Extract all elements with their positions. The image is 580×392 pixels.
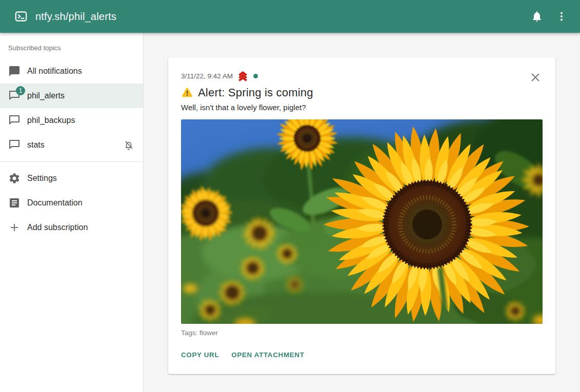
notification-title-row: Alert: Spring is coming bbox=[181, 86, 543, 99]
notification-meta: 3/11/22, 9:42 AM bbox=[181, 71, 543, 81]
timestamp: 3/11/22, 9:42 AM bbox=[181, 72, 233, 80]
notification-card: 3/11/22, 9:42 AM Alert: Spring is coming… bbox=[168, 57, 555, 374]
sidebar-item-stats[interactable]: stats bbox=[0, 133, 143, 157]
bell-icon bbox=[531, 10, 543, 23]
sidebar-item-label: Settings bbox=[27, 174, 57, 183]
chat-bubble-outline-icon: 1 bbox=[8, 90, 21, 102]
app-title: ntfy.sh/phil_alerts bbox=[35, 11, 116, 23]
sidebar-item-label: Documentation bbox=[27, 198, 83, 208]
close-notification-button[interactable] bbox=[528, 71, 543, 85]
sidebar: Subscribed topics All notifications 1 ph… bbox=[0, 33, 144, 392]
sidebar-item-all-notifications[interactable]: All notifications bbox=[0, 59, 143, 84]
sidebar-divider bbox=[0, 161, 143, 162]
notifications-bell-button[interactable] bbox=[525, 4, 549, 29]
chat-bubble-outline-icon bbox=[8, 114, 21, 127]
warning-emoji-icon bbox=[181, 87, 193, 98]
sidebar-item-label: Add subscription bbox=[27, 223, 88, 232]
copy-url-button[interactable]: COPY URL bbox=[177, 348, 223, 362]
chat-bubble-outline-icon bbox=[8, 139, 21, 151]
main-content: 3/11/22, 9:42 AM Alert: Spring is coming… bbox=[144, 33, 580, 392]
document-icon bbox=[8, 197, 21, 209]
gear-icon bbox=[8, 172, 21, 184]
priority-high-icon bbox=[237, 71, 248, 81]
sidebar-item-phil-backups[interactable]: phil_backups bbox=[0, 108, 143, 133]
app-bar: ntfy.sh/phil_alerts bbox=[0, 0, 580, 33]
sidebar-item-add-subscription[interactable]: Add subscription bbox=[0, 215, 143, 240]
notification-tags: Tags: flower bbox=[181, 329, 543, 337]
ntfy-terminal-logo-icon bbox=[14, 10, 28, 23]
notification-title: Alert: Spring is coming bbox=[198, 86, 313, 99]
sidebar-item-label: phil_alerts bbox=[27, 91, 65, 100]
sidebar-item-label: stats bbox=[27, 140, 45, 150]
unread-dot bbox=[253, 74, 258, 78]
plus-icon bbox=[8, 221, 21, 234]
sidebar-item-label: phil_backups bbox=[27, 116, 75, 125]
subscribed-topics-label: Subscribed topics bbox=[0, 40, 143, 59]
notifications-muted-icon bbox=[123, 139, 135, 151]
vertical-dots-icon bbox=[555, 10, 568, 23]
overflow-menu-button[interactable] bbox=[549, 4, 574, 29]
notification-actions: COPY URL OPEN ATTACHMENT bbox=[181, 348, 543, 362]
sidebar-item-label: All notifications bbox=[27, 67, 82, 76]
chat-bubble-filled-icon bbox=[8, 65, 21, 77]
sidebar-item-settings[interactable]: Settings bbox=[0, 166, 143, 191]
attachment-image-sunflowers[interactable] bbox=[181, 119, 543, 324]
sidebar-item-phil-alerts[interactable]: 1 phil_alerts bbox=[0, 84, 143, 108]
notification-message: Well, isn't that a lovely flower, piglet… bbox=[181, 103, 543, 112]
unread-count-badge: 1 bbox=[16, 86, 25, 95]
open-attachment-button[interactable]: OPEN ATTACHMENT bbox=[227, 348, 308, 362]
close-icon bbox=[529, 71, 542, 84]
sidebar-item-documentation[interactable]: Documentation bbox=[0, 191, 143, 215]
